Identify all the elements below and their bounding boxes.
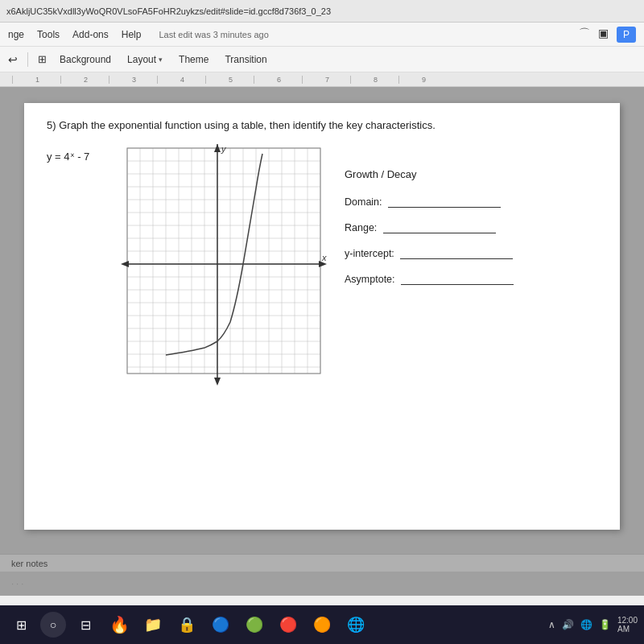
slide[interactable]: 5) Graph the exponential function using … bbox=[24, 103, 620, 530]
layout-label: Layout bbox=[127, 54, 156, 65]
toolbar-divider1 bbox=[27, 52, 28, 67]
taskbar-multitask[interactable]: ⊟ bbox=[71, 610, 100, 639]
ruler-mark-3: 3 bbox=[109, 76, 157, 84]
ruler-mark-9: 9 bbox=[398, 76, 447, 84]
transition-label: Transition bbox=[225, 54, 266, 65]
asymptote-row: Asymptote: bbox=[345, 274, 597, 285]
background-button[interactable]: Background bbox=[56, 52, 114, 67]
domain-row: Domain: bbox=[345, 196, 597, 208]
layout-arrow: ▾ bbox=[159, 56, 163, 64]
taskbar-search[interactable]: ○ bbox=[40, 612, 66, 638]
browser-url-bar: x6AkljUC35kVxdll3yWoQR0VLsoFA5FoHR2uykzs… bbox=[0, 0, 644, 23]
y-intercept-label: y-intercept: bbox=[345, 248, 394, 259]
presenter-notes-bar: ker notes bbox=[0, 554, 644, 572]
ruler-mark-2: 2 bbox=[60, 76, 109, 84]
bottom-bar: · · · bbox=[0, 572, 644, 596]
problem-header: 5) Graph the exponential function using … bbox=[47, 119, 597, 131]
graph-container: x y bbox=[119, 144, 328, 386]
url-text: x6AkljUC35kVxdll3yWoQR0VLsoFA5FoHR2uykzs… bbox=[6, 6, 331, 16]
transition-button[interactable]: Transition bbox=[221, 52, 270, 67]
domain-label: Domain: bbox=[345, 196, 382, 208]
menu-bar-right: ⌒ ▣ P bbox=[579, 27, 636, 43]
taskbar-app2-icon[interactable]: 🔴 bbox=[274, 610, 303, 639]
taskbar-app3-icon[interactable]: 🟠 bbox=[308, 610, 336, 639]
present-icon: ⌒ bbox=[579, 27, 590, 43]
svg-rect-0 bbox=[127, 148, 320, 374]
theme-button[interactable]: Theme bbox=[175, 52, 212, 67]
layout-button[interactable]: Layout ▾ bbox=[124, 52, 166, 67]
asymptote-label: Asymptote: bbox=[345, 274, 395, 285]
ruler: 1 2 3 4 5 6 7 8 9 bbox=[0, 72, 644, 87]
present-button[interactable]: P bbox=[617, 27, 636, 43]
ruler-mark-7: 7 bbox=[302, 76, 350, 84]
taskbar-edge-icon[interactable]: 🔥 bbox=[105, 610, 134, 639]
svg-marker-35 bbox=[214, 378, 221, 386]
slide-container: 5) Graph the exponential function using … bbox=[0, 87, 644, 554]
menu-item-nge[interactable]: nge bbox=[8, 29, 24, 40]
ruler-mark-6: 6 bbox=[254, 76, 302, 84]
range-label: Range: bbox=[345, 222, 377, 233]
range-line bbox=[383, 233, 496, 233]
menu-item-tools[interactable]: Tools bbox=[37, 29, 60, 40]
ruler-mark-8: 8 bbox=[350, 76, 398, 84]
taskbar-right: ∧ 🔊 🌐 🔋 12:00AM bbox=[548, 616, 638, 634]
ruler-mark-5: 5 bbox=[205, 76, 254, 84]
range-row: Range: bbox=[345, 222, 597, 233]
y-intercept-line bbox=[400, 258, 513, 259]
ruler-mark-4: 4 bbox=[157, 76, 205, 84]
taskbar-edge2-icon[interactable]: 🔵 bbox=[206, 610, 235, 639]
menu-bar: nge Tools Add-ons Help Last edit was 3 m… bbox=[0, 23, 644, 47]
ruler-mark-1: 1 bbox=[12, 76, 60, 84]
taskbar-up-arrow[interactable]: ∧ bbox=[548, 619, 555, 630]
taskbar-folder-icon[interactable]: 📁 bbox=[138, 610, 167, 639]
domain-line bbox=[388, 207, 501, 208]
asymptote-line bbox=[401, 284, 514, 285]
taskbar-battery[interactable]: 🔋 bbox=[599, 619, 611, 630]
toolbar: ↩ ⊞ Background Layout ▾ Theme Transition bbox=[0, 47, 644, 72]
menu-item-addons[interactable]: Add-ons bbox=[72, 29, 109, 40]
problem-body: y = 4ˣ - 7 bbox=[47, 144, 597, 386]
problem-number: 5) bbox=[47, 119, 56, 131]
taskbar: ⊞ ○ ⊟ 🔥 📁 🔒 🔵 🟢 🔴 🟠 🌐 ∧ 🔊 🌐 🔋 12:00AM bbox=[0, 605, 644, 644]
graph-svg: x y bbox=[119, 144, 328, 386]
y-intercept-row: y-intercept: bbox=[345, 248, 597, 259]
taskbar-network[interactable]: 🌐 bbox=[580, 619, 592, 630]
taskbar-app1-icon[interactable]: 🟢 bbox=[240, 610, 269, 639]
taskbar-clock: 12:00AM bbox=[617, 616, 638, 634]
toolbar-undo[interactable]: ↩ bbox=[8, 53, 18, 66]
start-button[interactable]: ⊞ bbox=[6, 610, 35, 639]
menu-item-help[interactable]: Help bbox=[122, 29, 142, 40]
presenter-notes-text: ker notes bbox=[11, 559, 47, 568]
problem-text: Graph the exponential function using a t… bbox=[59, 119, 436, 131]
last-edit-text: Last edit was 3 minutes ago bbox=[159, 30, 268, 39]
growth-decay-label: Growth / Decay bbox=[345, 168, 597, 180]
characteristics-panel: Growth / Decay Domain: Range: y-intercep… bbox=[345, 144, 597, 299]
svg-marker-38 bbox=[121, 261, 129, 267]
taskbar-speaker[interactable]: 🔊 bbox=[562, 619, 574, 630]
taskbar-security-icon[interactable]: 🔒 bbox=[172, 610, 201, 639]
toolbar-image-insert[interactable]: ⊞ bbox=[38, 53, 47, 65]
background-label: Background bbox=[60, 54, 111, 65]
equation: y = 4ˣ - 7 bbox=[47, 151, 103, 163]
taskbar-chrome-icon[interactable]: 🌐 bbox=[341, 610, 370, 639]
ruler-marks: 1 2 3 4 5 6 7 8 9 bbox=[12, 76, 447, 84]
fullscreen-icon[interactable]: ▣ bbox=[598, 27, 609, 43]
equation-area: y = 4ˣ - 7 bbox=[47, 144, 103, 163]
slide-nav-dots: · · · bbox=[11, 579, 23, 588]
theme-label: Theme bbox=[179, 54, 208, 65]
svg-text:x: x bbox=[321, 253, 327, 262]
